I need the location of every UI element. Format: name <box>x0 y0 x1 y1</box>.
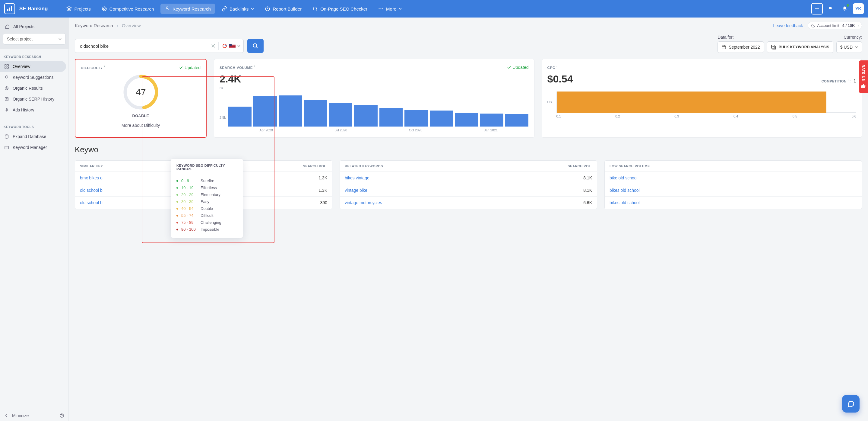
rate-us-tab[interactable]: RATE US <box>859 60 868 93</box>
target-icon <box>4 86 9 91</box>
info-icon[interactable] <box>858 24 859 27</box>
check-icon <box>179 65 183 70</box>
help-icon[interactable] <box>59 413 64 418</box>
keyword-link[interactable]: bikes old school <box>610 200 857 205</box>
us-flag-icon <box>229 44 236 48</box>
sidebar-item-label: Organic SERP History <box>13 96 54 102</box>
search-locale[interactable] <box>218 42 240 50</box>
more-about-difficulty-link[interactable]: More about Difficulty <box>122 123 160 128</box>
col-hdr: SEARCH VOL. <box>303 164 327 168</box>
range-dot <box>177 208 178 209</box>
clear-icon[interactable] <box>211 44 215 48</box>
keyword-link[interactable]: bikes vintage <box>345 175 583 180</box>
chevron-down-icon <box>251 7 254 10</box>
nav-report-builder[interactable]: Report Builder <box>260 4 306 14</box>
nav-seo-checker[interactable]: On-Page SEO Checker <box>308 4 372 14</box>
sidebar-item-keyword-manager[interactable]: Keyword Manager <box>0 142 66 153</box>
dots-icon <box>378 8 384 10</box>
add-button[interactable] <box>811 3 823 15</box>
logo-icon <box>4 3 15 14</box>
chat-button[interactable] <box>842 395 860 413</box>
difficulty-range-row: 20 - 29Elementary <box>177 191 237 198</box>
volume-bar <box>304 100 327 127</box>
svg-text:47: 47 <box>136 87 146 97</box>
table-row: vintage bike8.1K <box>340 184 597 197</box>
dollar-icon <box>4 108 9 112</box>
flag-icon[interactable] <box>825 3 837 15</box>
bulk-analysis-button[interactable]: BULK KEYWORD ANALYSIS <box>767 41 833 53</box>
sidebar-item-ads-history[interactable]: Ads History <box>0 105 66 115</box>
info-icon[interactable] <box>556 65 557 68</box>
sidebar-item-label: Keyword Suggestions <box>13 75 53 80</box>
nav-backlinks[interactable]: Backlinks <box>217 4 258 14</box>
search-button[interactable] <box>247 39 264 53</box>
volume-bar <box>430 111 453 127</box>
sidebar-item-overview[interactable]: Overview <box>0 61 66 72</box>
svg-point-8 <box>381 8 381 9</box>
keyword-link[interactable]: bikes old school <box>610 188 857 193</box>
keyword-link[interactable]: bike old school <box>610 175 857 180</box>
svg-point-7 <box>379 8 380 9</box>
breadcrumb-root[interactable]: Keyword Research <box>75 23 113 28</box>
info-icon[interactable] <box>254 65 255 68</box>
volume-value: 2.4K <box>220 73 529 85</box>
cpc-bar-label: US <box>548 100 553 104</box>
cpc-value: $0.54 <box>548 73 573 85</box>
keyword-link[interactable]: vintage motorcycles <box>345 200 583 205</box>
main-content: Keyword Research › Overview Leave feedba… <box>69 18 868 421</box>
topbar: SE Ranking Projects Competitive Research… <box>0 0 868 18</box>
bell-icon[interactable] <box>839 3 850 15</box>
leave-feedback-link[interactable]: Leave feedback <box>773 23 803 28</box>
svg-rect-2 <box>11 6 12 11</box>
difficulty-range-row: 10 - 19Effortless <box>177 184 237 191</box>
breadcrumb-sep: › <box>117 23 118 28</box>
table-row: bikes old school <box>605 197 862 209</box>
folder-icon <box>4 145 9 150</box>
sidebar-item-organic[interactable]: Organic Results <box>0 83 66 94</box>
svg-point-4 <box>103 8 105 10</box>
search-input[interactable] <box>80 44 211 49</box>
range-dot <box>177 229 178 230</box>
sidebar-item-serp-history[interactable]: Organic SERP History <box>0 94 66 105</box>
google-icon <box>222 44 227 48</box>
volume-bar <box>480 114 503 127</box>
currency-label: Currency: <box>836 35 862 39</box>
info-icon[interactable] <box>104 65 105 68</box>
nav-keyword-research[interactable]: Keyword Research <box>160 4 215 14</box>
vol-value: 1.3K <box>318 188 327 193</box>
currency-select[interactable]: $ USD <box>836 41 862 53</box>
svg-rect-12 <box>5 67 6 68</box>
col-hdr: RELATED KEYWORDS <box>345 164 568 168</box>
sidebar-section-tools: KEYWORD TOOLS <box>0 122 68 131</box>
brand-label: SE Ranking <box>19 6 48 12</box>
sidebar-item-label: Overview <box>13 64 30 69</box>
avatar[interactable]: YK <box>853 3 864 14</box>
search-icon <box>252 43 258 49</box>
svg-point-16 <box>6 88 7 89</box>
sidebar: All Projects Select project KEYWORD RESE… <box>0 18 69 421</box>
nav-competitive[interactable]: Competitive Research <box>97 4 158 14</box>
sidebar-all-projects[interactable]: All Projects <box>3 22 65 33</box>
nav-projects[interactable]: Projects <box>62 4 95 14</box>
sidebar-item-expand-db[interactable]: Expand Database <box>0 131 66 142</box>
volume-updated: Updated <box>507 65 529 70</box>
sidebar-item-suggestions[interactable]: Keyword Suggestions <box>0 72 66 83</box>
volume-bar <box>455 113 478 127</box>
range-dot <box>177 180 178 182</box>
keyword-ideas-title: Keywo <box>75 145 862 154</box>
keyword-link[interactable]: vintage bike <box>345 188 583 193</box>
arrow-left-icon <box>4 413 9 418</box>
gauge-icon <box>811 24 815 28</box>
breadcrumb-current: Overview <box>122 23 141 28</box>
difficulty-updated: Updated <box>179 65 200 70</box>
nav-more[interactable]: More <box>374 4 406 14</box>
project-select[interactable]: Select project <box>3 33 65 45</box>
minimize-button[interactable]: Minimize <box>0 410 68 421</box>
sidebar-item-label: Keyword Manager <box>13 145 47 150</box>
popover-title: KEYWORD SEO DIFFICULTY RANGES <box>177 164 237 174</box>
info-icon[interactable] <box>848 79 849 82</box>
nav-more-label: More <box>386 6 396 11</box>
volume-bar <box>253 96 277 127</box>
date-select[interactable]: September 2022 <box>717 41 764 53</box>
minimize-label: Minimize <box>12 413 29 418</box>
